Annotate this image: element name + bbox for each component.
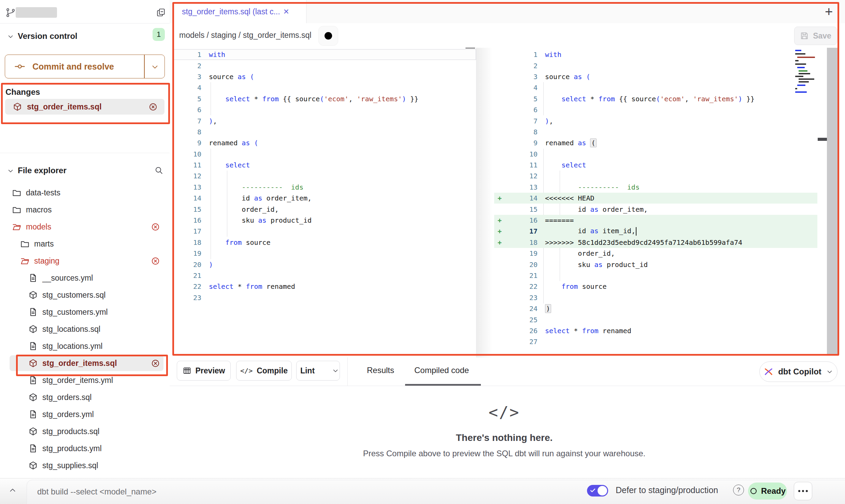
discard-change-icon[interactable] xyxy=(151,222,160,232)
code-line[interactable]: 12 xyxy=(494,171,817,181)
code-line[interactable]: 7), xyxy=(172,115,476,126)
tree-item-marts[interactable]: marts xyxy=(0,235,170,252)
code-line[interactable]: 27 xyxy=(494,336,817,347)
more-options-button[interactable] xyxy=(794,482,812,500)
new-tab-button[interactable]: + xyxy=(825,4,833,19)
tree-item-stg-order-items-yml[interactable]: stg_order_items.yml xyxy=(0,372,170,389)
chevron-down-icon[interactable] xyxy=(332,367,339,374)
code-line[interactable]: 19 xyxy=(172,248,476,259)
code-line[interactable]: 11 select xyxy=(494,160,817,171)
tree-item-stg-locations-sql[interactable]: stg_locations.sql xyxy=(0,321,170,338)
code-line[interactable]: 22select * from renamed xyxy=(172,281,476,292)
code-line[interactable]: 5 select * from {{ source('ecom', 'raw_i… xyxy=(494,93,817,104)
tree-item-stg-orders-yml[interactable]: stg_orders.yml xyxy=(0,406,170,423)
code-line[interactable]: 12 xyxy=(172,171,476,181)
code-line[interactable]: 8 xyxy=(494,127,817,137)
tree-item-stg-locations-yml[interactable]: stg_locations.yml xyxy=(0,338,170,355)
code-line[interactable]: 22 from source xyxy=(494,281,817,292)
defer-toggle[interactable] xyxy=(587,485,608,496)
tab-compiled-code[interactable]: Compiled code xyxy=(414,366,469,375)
code-line[interactable]: 6 xyxy=(494,104,817,115)
chevron-down-icon[interactable] xyxy=(7,167,14,175)
code-line[interactable]: 6 xyxy=(172,104,476,115)
discard-change-icon[interactable] xyxy=(151,256,160,266)
discard-change-icon[interactable] xyxy=(151,358,160,368)
code-line[interactable]: 9renamed as ( xyxy=(494,137,817,148)
chevron-down-icon[interactable] xyxy=(7,33,14,40)
code-line[interactable]: 23 xyxy=(494,292,817,303)
code-line[interactable]: 21 xyxy=(494,270,817,281)
code-line[interactable]: 18 from source xyxy=(172,237,476,248)
code-line[interactable]: +16======= xyxy=(494,215,817,226)
tree-item-stg-customers-sql[interactable]: stg_customers.sql xyxy=(0,286,170,303)
code-line[interactable]: +18>>>>>>> 58c1dd23d5eebd9cd2495fa7124ab… xyxy=(494,237,817,248)
code-line[interactable]: 5 select * from {{ source('ecom', 'raw_i… xyxy=(172,93,476,104)
code-line[interactable]: +17 id as item_id, xyxy=(494,226,817,237)
code-line[interactable]: 20 sku as product_id xyxy=(494,259,817,270)
code-line[interactable]: 8 xyxy=(172,127,476,137)
chevron-up-icon[interactable] xyxy=(8,486,17,495)
code-line[interactable]: 3source as ( xyxy=(494,71,817,82)
tree-item-data-tests[interactable]: data-tests xyxy=(0,184,170,201)
command-input[interactable]: dbt build --select <model_name> xyxy=(27,480,845,504)
tree-item-models[interactable]: models xyxy=(0,218,170,235)
code-line[interactable]: 26select * from renamed xyxy=(494,325,817,336)
tree-item-staging[interactable]: staging xyxy=(0,252,170,269)
chevron-down-icon[interactable] xyxy=(151,62,159,71)
code-line[interactable]: 13 ---------- ids xyxy=(172,182,476,193)
code-line[interactable]: 25 xyxy=(494,314,817,325)
tree-item-stg-products-yml[interactable]: stg_products.yml xyxy=(0,440,170,457)
search-icon[interactable] xyxy=(154,166,163,175)
compile-button[interactable]: </> Compile xyxy=(236,361,292,381)
code-line[interactable]: 21 xyxy=(172,270,476,281)
help-icon[interactable]: ? xyxy=(733,485,744,495)
code-line[interactable]: +14<<<<<<< HEAD xyxy=(494,193,817,204)
preview-button[interactable]: Preview xyxy=(177,361,231,381)
code-line[interactable]: 4 xyxy=(494,82,817,93)
code-line[interactable]: 2 xyxy=(172,60,476,71)
minimap[interactable] xyxy=(795,50,817,113)
code-line[interactable]: 1with xyxy=(494,49,817,60)
code-line[interactable]: 3source as ( xyxy=(172,71,476,82)
code-line[interactable]: 24) xyxy=(494,303,817,314)
code-line[interactable]: 2 xyxy=(494,60,817,71)
code-line[interactable]: 15 order_id, xyxy=(172,204,476,214)
code-line[interactable]: 23 xyxy=(172,292,476,303)
minimap-thumb[interactable] xyxy=(818,138,827,141)
commit-and-resolve-button[interactable]: Commit and resolve xyxy=(5,55,165,78)
copy-files-icon[interactable] xyxy=(156,8,166,17)
tree-item--sources-yml[interactable]: __sources.yml xyxy=(0,269,170,286)
code-pane-left[interactable]: 1with23source as (45 select * from {{ so… xyxy=(172,48,476,357)
vertical-scrollbar-track[interactable] xyxy=(827,48,839,355)
discard-change-icon[interactable] xyxy=(148,102,158,112)
diff-editor[interactable]: 1with23source as (45 select * from {{ so… xyxy=(170,48,845,357)
code-line[interactable]: 7), xyxy=(494,115,817,126)
tree-item-stg-customers-yml[interactable]: stg_customers.yml xyxy=(0,303,170,321)
code-line[interactable]: 20) xyxy=(172,259,476,270)
tree-item-stg-order-items-sql[interactable]: stg_order_items.sql xyxy=(0,355,170,372)
horizontal-scrollbar-thumb[interactable] xyxy=(466,48,475,48)
code-line[interactable]: 17 xyxy=(172,226,476,237)
code-line[interactable]: 16 sku as product_id xyxy=(172,215,476,226)
tree-item-stg-orders-sql[interactable]: stg_orders.sql xyxy=(0,389,170,406)
code-line[interactable]: 19 order_id, xyxy=(494,248,817,259)
save-button[interactable]: Save xyxy=(794,27,837,45)
code-line[interactable]: 10 xyxy=(494,149,817,160)
tree-item-stg-supplies-sql[interactable]: stg_supplies.sql xyxy=(0,457,170,474)
code-line[interactable]: 9renamed as ( xyxy=(172,137,476,148)
tree-item-stg-products-sql[interactable]: stg_products.sql xyxy=(0,423,170,440)
code-line[interactable]: 14 id as order_item, xyxy=(172,193,476,204)
lineage-compass-button[interactable] xyxy=(318,26,338,46)
dbt-copilot-button[interactable]: dbt Copilot xyxy=(759,361,837,382)
code-line[interactable]: 10 xyxy=(172,149,476,160)
changed-file-row[interactable]: stg_order_items.sql xyxy=(5,99,164,115)
code-line[interactable]: 11 select xyxy=(172,160,476,171)
code-line[interactable]: 1with xyxy=(172,49,476,60)
code-pane-right[interactable]: 1with23source as (45 select * from {{ so… xyxy=(494,48,817,357)
code-line[interactable]: 15 id as order_item, xyxy=(494,204,817,214)
tab-results[interactable]: Results xyxy=(367,366,394,375)
tab-stg-order-items[interactable]: stg_order_items.sql (last c... × xyxy=(172,0,306,23)
tree-item-macros[interactable]: macros xyxy=(0,201,170,218)
close-icon[interactable]: × xyxy=(284,7,289,16)
lint-button[interactable]: Lint xyxy=(296,361,340,381)
